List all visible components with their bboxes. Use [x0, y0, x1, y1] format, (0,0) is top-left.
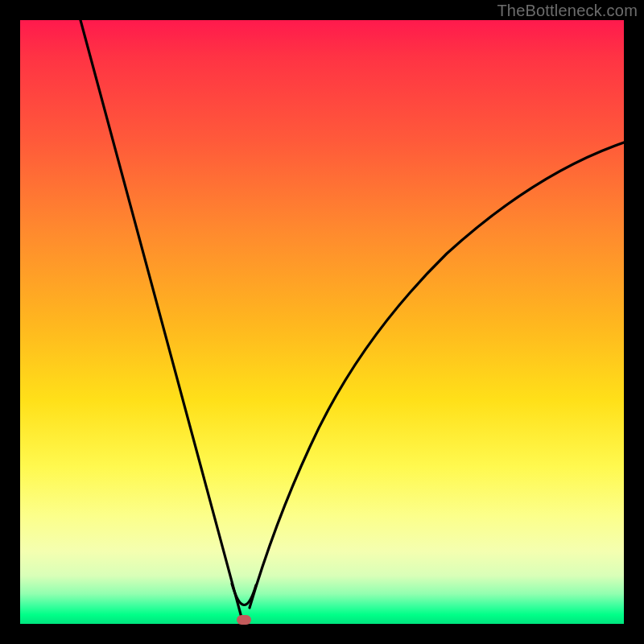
chart-frame: TheBottleneck.com: [0, 0, 644, 644]
watermark-text: TheBottleneck.com: [497, 2, 638, 20]
plot-background: [20, 20, 624, 624]
